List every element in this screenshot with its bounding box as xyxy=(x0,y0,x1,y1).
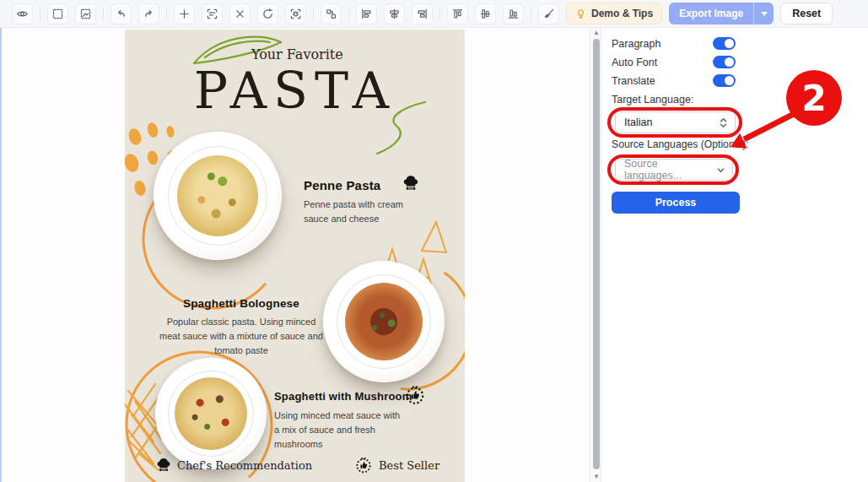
demo-tips-label: Demo & Tips xyxy=(591,8,653,19)
redo-icon xyxy=(143,8,155,20)
align-right-button[interactable] xyxy=(412,3,433,24)
translate-toggle[interactable] xyxy=(713,74,736,87)
caret-down-icon xyxy=(761,12,768,16)
settings-panel: Paragraph Auto Font Translate Target Lan… xyxy=(602,28,868,482)
remove-x-icon xyxy=(234,8,246,20)
rasterize-selection-button[interactable] xyxy=(75,3,96,24)
target-language-select[interactable]: Italian xyxy=(615,111,736,133)
toolbar: Demo & Tips Export Image Reset xyxy=(0,0,868,28)
align-right-icon xyxy=(416,8,429,20)
detect-region-button[interactable] xyxy=(285,3,306,24)
penne-plate-photo xyxy=(154,132,282,260)
paragraph-toggle[interactable] xyxy=(713,37,736,50)
chevron-down-icon xyxy=(716,165,725,176)
export-image-button[interactable]: Export Image xyxy=(669,3,774,24)
detect-text-button[interactable] xyxy=(202,3,223,24)
process-button[interactable]: Process xyxy=(612,192,740,214)
align-bottom-icon xyxy=(507,8,520,20)
poster-image[interactable]: Your Favorite PASTA Penne Pasta Penne pa… xyxy=(125,30,465,482)
toolbar-divider xyxy=(103,6,104,21)
refresh-icon xyxy=(261,8,274,20)
group-objects-button[interactable] xyxy=(321,3,342,24)
toolbar-divider xyxy=(348,6,349,21)
chef-hat-icon xyxy=(402,174,420,192)
source-languages-label: Source Languages (Optional): xyxy=(612,138,749,150)
best-seller-icon xyxy=(404,384,426,406)
toolbar-divider xyxy=(313,6,314,21)
reset-label: Reset xyxy=(792,8,821,19)
footer-label: Chef's Recommendation xyxy=(177,459,312,472)
export-dropdown-caret[interactable] xyxy=(753,3,774,24)
translate-toggle-label: Translate xyxy=(612,75,655,87)
undo-button[interactable] xyxy=(111,3,132,24)
refresh-button[interactable] xyxy=(257,3,278,24)
paragraph-toggle-label: Paragraph xyxy=(612,38,660,50)
align-middle-vertical-icon xyxy=(479,8,492,20)
select-updown-icon xyxy=(719,117,728,128)
detect-region-icon xyxy=(289,8,302,20)
undo-icon xyxy=(115,8,127,20)
style-brush-button[interactable] xyxy=(538,3,559,24)
menu-item-desc: Popular classic pasta. Using minced meat… xyxy=(159,315,324,358)
align-middle-vertical-button[interactable] xyxy=(475,3,496,24)
menu-item-desc: Penne pasta with cream sauce and cheese xyxy=(304,198,420,226)
menu-item-title: Penne Pasta xyxy=(304,178,380,192)
scroll-down-arrow[interactable]: ▼ xyxy=(593,474,600,480)
bolognese-plate-photo xyxy=(323,261,445,382)
select-all-button[interactable] xyxy=(47,3,68,24)
canvas-vertical-scrollbar: ▲ ▼ xyxy=(590,28,601,482)
align-top-button[interactable] xyxy=(447,3,468,24)
toolbar-divider xyxy=(531,6,531,21)
source-languages-select[interactable]: Source languages... xyxy=(615,159,733,181)
app-window: Demo & Tips Export Image Reset xyxy=(0,0,868,482)
penne-food xyxy=(177,155,258,236)
poster-title: PASTA xyxy=(125,65,465,116)
best-seller-icon xyxy=(354,456,373,474)
style-brush-icon xyxy=(542,8,555,20)
align-center-horizontal-icon xyxy=(388,8,401,20)
toolbar-divider xyxy=(40,6,40,21)
annotation-step-circle: 2 xyxy=(786,70,842,126)
menu-item-desc: Using minced meat sauce with a mix of sa… xyxy=(274,409,407,452)
lightbulb-icon xyxy=(575,8,586,19)
scroll-up-arrow[interactable]: ▲ xyxy=(593,30,600,36)
menu-item-title: Spaghetti with Mushroom xyxy=(274,390,412,403)
target-language-label: Target Language: xyxy=(612,94,693,106)
footer-label: Best Seller xyxy=(379,459,439,472)
detect-text-icon xyxy=(206,8,218,20)
add-icon xyxy=(178,8,191,20)
toolbar-divider xyxy=(439,6,440,21)
source-languages-placeholder: Source languages... xyxy=(624,158,716,181)
add-button[interactable] xyxy=(174,3,195,24)
reset-button[interactable]: Reset xyxy=(780,3,833,24)
align-top-icon xyxy=(451,8,464,20)
align-left-icon xyxy=(360,8,373,20)
bolognese-food xyxy=(345,283,423,360)
redo-button[interactable] xyxy=(138,3,159,24)
mushroom-food xyxy=(175,377,247,450)
process-label: Process xyxy=(655,197,697,209)
export-image-label: Export Image xyxy=(669,3,753,24)
annotation-step-number: 2 xyxy=(801,78,826,119)
align-bottom-button[interactable] xyxy=(503,3,524,24)
remove-button[interactable] xyxy=(229,3,251,24)
demo-tips-button[interactable]: Demo & Tips xyxy=(566,3,662,24)
toolbar-divider xyxy=(166,6,167,21)
menu-item-title: Spaghetti Bolognese xyxy=(159,297,324,310)
preview-eye-icon xyxy=(16,8,29,20)
scrollbar-thumb[interactable] xyxy=(593,39,600,469)
auto-font-toggle-label: Auto Font xyxy=(612,57,657,68)
target-language-value: Italian xyxy=(624,116,719,128)
preview-button[interactable] xyxy=(12,3,33,24)
align-left-button[interactable] xyxy=(356,3,377,24)
align-center-horizontal-button[interactable] xyxy=(384,3,405,24)
auto-font-toggle[interactable] xyxy=(713,56,736,68)
mushroom-plate-photo xyxy=(155,358,267,469)
select-all-icon xyxy=(51,8,64,20)
group-objects-icon xyxy=(325,8,337,20)
chef-hat-icon xyxy=(155,457,172,474)
rasterize-selection-icon xyxy=(79,8,92,20)
